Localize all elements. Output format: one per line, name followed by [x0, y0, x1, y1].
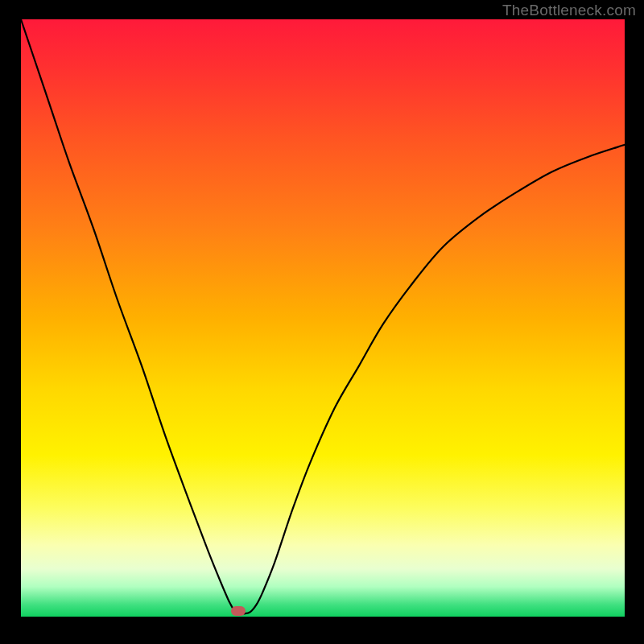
- watermark-text: TheBottleneck.com: [502, 2, 636, 19]
- bottleneck-marker: [231, 606, 246, 616]
- chart-curve: [0, 0, 644, 644]
